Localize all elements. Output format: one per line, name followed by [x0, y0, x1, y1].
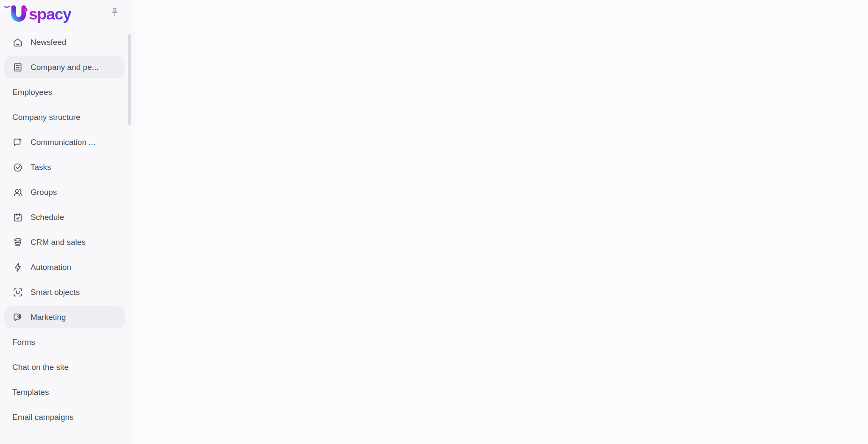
sidebar-item-label: Smart objects [31, 288, 80, 297]
communication-icon [12, 137, 23, 148]
smart-objects-icon [12, 287, 23, 298]
sidebar-item-label: CRM and sales [31, 238, 86, 247]
sidebar-item-label: Forms [12, 338, 35, 347]
sidebar-item-communication[interactable]: Communication ... [4, 131, 125, 153]
sidebar-item-label: Templates [12, 388, 49, 397]
sidebar-item-label: Company structure [12, 113, 81, 122]
sidebar-item-label: Company and pe... [31, 63, 99, 72]
sidebar-item-label: Automation [31, 263, 71, 272]
sidebar-item-label: Groups [31, 188, 57, 197]
lightning-icon [12, 262, 23, 273]
building-icon [12, 62, 23, 73]
logo-text: spacy [29, 4, 71, 25]
sidebar-item-employees[interactable]: Employees [4, 81, 125, 103]
stack-icon [12, 237, 23, 248]
sidebar-item-smart-objects[interactable]: Smart objects [4, 281, 125, 303]
sidebar-item-label: Communication ... [31, 138, 95, 147]
sidebar-item-schedule[interactable]: Schedule [4, 206, 125, 228]
sidebar: spacy Newsfeed Company and pe... Employe… [0, 0, 134, 444]
sidebar-item-templates[interactable]: Templates [4, 381, 125, 403]
sidebar-item-marketing[interactable]: Marketing [4, 306, 125, 328]
sidebar-item-groups[interactable]: Groups [4, 181, 125, 203]
sidebar-scrollbar[interactable] [128, 34, 131, 125]
sidebar-item-company-structure[interactable]: Company structure [4, 106, 125, 128]
calendar-icon [12, 212, 23, 223]
pin-sidebar-icon[interactable] [109, 7, 120, 18]
sidebar-item-label: Marketing [31, 313, 66, 322]
sidebar-item-label: Email campaigns [12, 413, 74, 422]
sidebar-item-newsfeed[interactable]: Newsfeed [4, 31, 125, 53]
uspacy-logo-icon [8, 4, 29, 25]
sidebar-item-chat-on-site[interactable]: Chat on the site [4, 356, 125, 378]
sidebar-nav: Newsfeed Company and pe... Employees Com… [4, 31, 125, 431]
task-check-icon [12, 162, 23, 173]
sidebar-item-label: Tasks [31, 163, 51, 172]
sidebar-item-tasks[interactable]: Tasks [4, 156, 125, 178]
sidebar-item-label: Employees [12, 88, 52, 97]
uspacy-logo[interactable]: spacy [8, 4, 71, 25]
sidebar-item-company-and-people[interactable]: Company and pe... [4, 56, 125, 78]
sidebar-item-label: Newsfeed [31, 38, 67, 47]
sidebar-item-label: Schedule [31, 213, 64, 222]
sidebar-item-email-campaigns[interactable]: Email campaigns [4, 406, 125, 428]
sidebar-item-crm[interactable]: CRM and sales [4, 231, 125, 253]
sidebar-item-forms[interactable]: Forms [4, 331, 125, 353]
sidebar-item-label: Chat on the site [12, 363, 69, 372]
marketing-icon [12, 312, 23, 323]
home-icon [12, 37, 23, 48]
people-icon [12, 187, 23, 198]
sidebar-item-automation[interactable]: Automation [4, 256, 125, 278]
